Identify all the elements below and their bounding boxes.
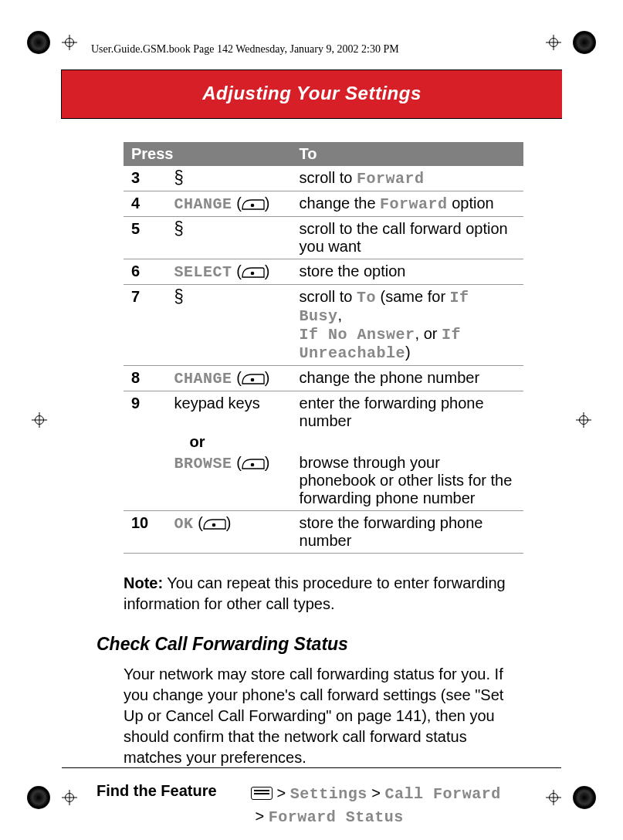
table-row: 8 CHANGE () change the phone number [124,366,523,391]
softkey-label: OK [174,515,194,533]
step-text: change the [300,195,381,212]
step-number: 9 [124,391,167,432]
nav-sep: > [256,808,269,825]
step-text: scroll to the call forward option you wa… [292,217,523,259]
crop-ornament [27,786,50,809]
scroll-icon: § [174,287,184,306]
ui-term: Forward [380,195,448,213]
nav-item: Settings [290,785,367,803]
table-row: 10 OK () store the forwarding phone numb… [124,511,523,554]
softkey-label: BROWSE [174,455,232,472]
nav-path: > Settings > Call Forward > Forward Stat… [251,782,501,828]
table-row: 9 keypad keys enter the forwarding phone… [124,391,523,432]
step-text: scroll to [300,169,357,186]
step-text: , [338,307,343,323]
find-the-feature: Find the Feature > Settings > Call Forwa… [96,782,523,828]
softkey-icon [203,519,226,530]
scroll-icon: § [174,219,184,238]
table-row: 6 SELECT () store the option [124,259,523,285]
step-number: 8 [124,366,167,391]
table-row: 3 § scroll to Forward [124,166,523,191]
table-row: 7 § scroll to To (same for If Busy, If N… [124,285,523,366]
step-text: scroll to [300,288,357,305]
crop-mark [32,412,47,428]
softkey-label: SELECT [174,263,232,281]
svg-point-4 [212,523,215,527]
table-row: or [124,432,523,452]
step-text: ) [405,344,411,361]
nav-item: Call Forward [385,785,501,803]
svg-point-2 [250,378,254,381]
find-feature-label: Find the Feature [96,782,232,800]
softkey-label: CHANGE [174,370,232,388]
step-text: (same for [376,288,450,305]
svg-point-3 [250,462,254,466]
softkey-icon [242,199,265,210]
step-number: 4 [124,191,167,217]
crop-mark [62,35,77,50]
subsection-heading: Check Call Forwarding Status [96,634,523,655]
scroll-icon: § [174,168,184,187]
table-row: 4 CHANGE () change the Forward option [124,191,523,217]
crop-ornament [27,31,50,54]
note-label: Note: [124,574,163,591]
step-text: option [448,195,494,212]
softkey-icon [242,459,265,469]
softkey-icon [242,267,265,278]
steps-table: Press To 3 § scroll to Forward 4 CHANGE … [124,142,523,554]
table-row: BROWSE () browse through your phonebook … [124,452,523,511]
step-press: keypad keys [167,391,292,432]
crop-ornament [573,786,596,809]
crop-mark [546,35,561,50]
table-header-to: To [292,142,523,166]
step-number: 5 [124,217,167,259]
crop-mark [576,412,591,428]
step-text: , or [415,325,442,342]
nav-sep: > [273,784,290,801]
crop-ornament [573,31,596,54]
table-row: 5 § scroll to the call forward option yo… [124,217,523,259]
step-number: 6 [124,259,167,285]
document-meta: User.Guide.GSM.book Page 142 Wednesday, … [91,43,399,56]
step-text: change the phone number [292,366,523,391]
ui-term: If No Answer [300,326,415,344]
ui-term: To [357,289,376,307]
step-text: store the forwarding phone number [292,511,523,554]
step-text: browse through your phonebook or other l… [292,452,523,511]
body-paragraph: Your network may store call forwarding s… [124,664,523,768]
softkey-label: CHANGE [174,195,232,213]
ui-term: Forward [357,170,425,188]
step-number: 10 [124,511,167,554]
table-header-press: Press [124,142,292,166]
softkey-icon [242,374,265,384]
step-number: 3 [124,166,167,191]
step-number: 7 [124,285,167,366]
note-paragraph: Note: You can repeat this procedure to e… [124,573,523,615]
menu-icon [251,787,273,800]
nav-item: Forward Status [269,808,404,826]
chapter-title: Adjusting Your Settings [61,69,562,119]
or-label: or [174,433,205,450]
nav-sep: > [367,784,385,801]
svg-point-1 [250,271,254,275]
step-text: enter the forwarding phone number [292,391,523,432]
note-text: You can repeat this procedure to enter f… [124,574,506,612]
svg-point-0 [250,203,254,207]
step-text: store the option [292,259,523,285]
